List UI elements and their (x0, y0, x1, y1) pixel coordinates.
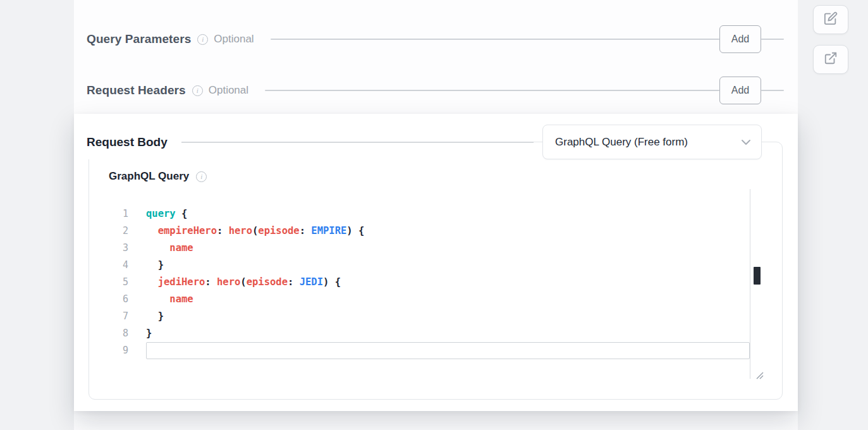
request-headers-section: Request Headers Optional Add (87, 76, 784, 105)
body-type-select-value: GraphQL Query (Free form) (555, 136, 688, 149)
code-line[interactable]: name (146, 240, 750, 257)
line-number-gutter: 123456789 (106, 206, 128, 359)
edit-button[interactable] (813, 5, 848, 34)
graphql-query-label-row: GraphQL Query (109, 170, 207, 183)
line-number: 1 (106, 206, 128, 223)
graphql-query-label: GraphQL Query (109, 170, 189, 183)
optional-label: Optional (214, 33, 254, 46)
body-type-select[interactable]: GraphQL Query (Free form) (542, 125, 762, 159)
resize-grip-icon[interactable] (755, 370, 764, 378)
active-code-line[interactable] (146, 342, 750, 359)
request-body-title: Request Body (87, 125, 181, 159)
graphql-editor-container: GraphQL Query 123456789 query { empireHe… (89, 142, 783, 400)
optional-label: Optional (209, 84, 248, 97)
add-request-header-button[interactable]: Add (719, 77, 761, 104)
external-link-icon (824, 51, 838, 68)
section-divider (265, 90, 719, 91)
code-line[interactable]: } (146, 308, 750, 325)
code-line[interactable]: empireHero: hero(episode: EMPIRE) { (146, 223, 750, 240)
line-number: 6 (106, 291, 128, 308)
info-icon[interactable] (197, 34, 208, 45)
section-divider (761, 39, 784, 40)
graphql-code-editor[interactable]: 123456789 query { empireHero: hero(episo… (106, 189, 764, 379)
edit-icon (824, 11, 838, 28)
section-divider (271, 39, 719, 40)
code-line[interactable]: query { (146, 206, 750, 223)
code-line[interactable]: } (146, 325, 750, 342)
line-number: 2 (106, 223, 128, 240)
info-icon[interactable] (196, 171, 207, 182)
code-line[interactable]: } (146, 257, 750, 274)
line-number: 7 (106, 308, 128, 325)
request-body-modal: GraphQL Query 123456789 query { empireHe… (74, 114, 798, 411)
query-parameters-section: Query Parameters Optional Add (87, 25, 784, 54)
line-number: 9 (106, 342, 128, 359)
line-number: 5 (106, 274, 128, 291)
editor-scrollbar[interactable] (750, 189, 764, 379)
info-icon[interactable] (192, 85, 203, 96)
request-headers-title: Request Headers (87, 83, 186, 97)
scrollbar-thumb[interactable] (754, 267, 761, 285)
chevron-down-icon (741, 137, 751, 148)
line-number: 4 (106, 257, 128, 274)
line-number: 3 (106, 240, 128, 257)
open-external-button[interactable] (813, 45, 848, 74)
query-parameters-title: Query Parameters (87, 32, 191, 46)
request-body-header: Request Body GraphQL Query (Free form) (87, 125, 762, 159)
section-divider (181, 142, 534, 143)
code-lines[interactable]: query { empireHero: hero(episode: EMPIRE… (146, 206, 750, 359)
section-divider (761, 90, 784, 91)
line-number: 8 (106, 325, 128, 342)
code-line[interactable]: name (146, 291, 750, 308)
code-line[interactable]: jediHero: hero(episode: JEDI) { (146, 274, 750, 291)
add-query-parameter-button[interactable]: Add (719, 25, 761, 53)
